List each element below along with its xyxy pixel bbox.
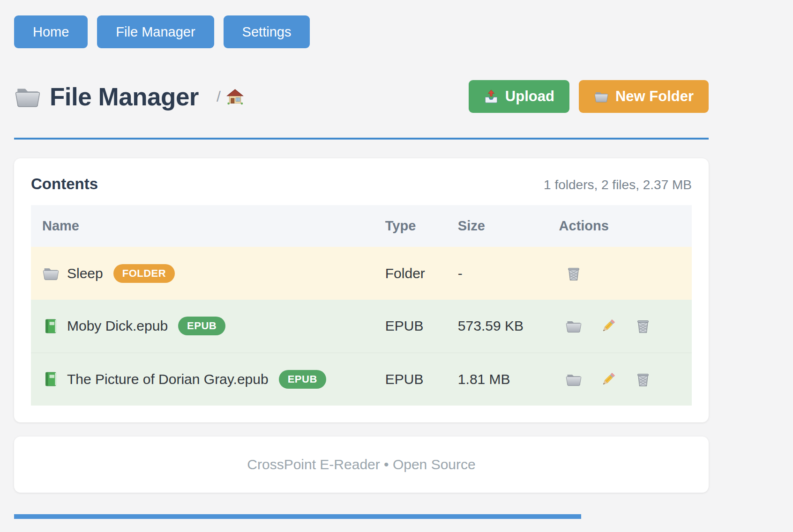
bottom-accent-bar bbox=[14, 514, 581, 519]
item-name: Moby Dick.epub bbox=[67, 318, 168, 334]
column-header-type: Type bbox=[385, 205, 458, 247]
page-title: File Manager bbox=[50, 82, 199, 111]
nav-button-settings[interactable]: Settings bbox=[224, 15, 310, 48]
folder-icon bbox=[565, 318, 582, 334]
item-name: The Picture of Dorian Gray.epub bbox=[67, 371, 269, 387]
item-size: 1.81 MB bbox=[458, 353, 559, 406]
upload-button-label: Upload bbox=[505, 88, 554, 105]
contents-card: Contents 1 folders, 2 files, 2.37 MB Nam… bbox=[14, 158, 709, 422]
trash-icon bbox=[635, 371, 651, 388]
folder-icon bbox=[42, 265, 60, 282]
nav-button-file-manager[interactable]: File Manager bbox=[97, 15, 214, 48]
page-header: File Manager / Upload New Folder bbox=[14, 80, 709, 113]
delete-button[interactable] bbox=[635, 318, 651, 334]
item-type: EPUB bbox=[385, 353, 458, 406]
move-to-folder-button[interactable] bbox=[565, 318, 582, 334]
breadcrumb: / bbox=[217, 88, 244, 105]
house-icon bbox=[226, 88, 244, 105]
nav-button-home[interactable]: Home bbox=[14, 15, 88, 48]
page: Home File Manager Settings File Manager … bbox=[14, 0, 709, 519]
item-size: - bbox=[458, 247, 559, 300]
new-folder-button-label: New Folder bbox=[615, 88, 694, 105]
column-header-size: Size bbox=[458, 205, 559, 247]
table-row-sleep[interactable]: Sleep FOLDER Folder - bbox=[31, 247, 692, 300]
table-row-dorian-gray[interactable]: The Picture of Dorian Gray.epub EPUB EPU… bbox=[31, 353, 692, 406]
file-table: Name Type Size Actions Sleep FOLDER F bbox=[31, 205, 692, 406]
item-type: EPUB bbox=[385, 300, 458, 353]
upload-button[interactable]: Upload bbox=[469, 80, 569, 113]
title-underline-divider bbox=[14, 138, 709, 140]
folder-icon bbox=[565, 371, 582, 388]
folder-icon bbox=[594, 89, 609, 104]
breadcrumb-home-link[interactable] bbox=[226, 88, 244, 105]
trash-icon bbox=[635, 318, 651, 334]
trash-icon bbox=[565, 265, 582, 282]
green-book-icon bbox=[42, 370, 60, 388]
rename-button[interactable] bbox=[600, 371, 617, 388]
new-folder-button[interactable]: New Folder bbox=[579, 80, 709, 113]
item-size: 573.59 KB bbox=[458, 300, 559, 353]
column-header-name: Name bbox=[31, 205, 385, 247]
table-row-moby-dick[interactable]: Moby Dick.epub EPUB EPUB 573.59 KB bbox=[31, 300, 692, 353]
top-nav: Home File Manager Settings bbox=[14, 15, 709, 48]
item-type: Folder bbox=[385, 247, 458, 300]
move-to-folder-button[interactable] bbox=[565, 371, 582, 388]
contents-summary: 1 folders, 2 files, 2.37 MB bbox=[544, 177, 692, 192]
pencil-icon bbox=[600, 371, 617, 388]
header-actions: Upload New Folder bbox=[469, 80, 709, 113]
footer-text: CrossPoint E-Reader • Open Source bbox=[247, 457, 475, 473]
contents-card-header: Contents 1 folders, 2 files, 2.37 MB bbox=[31, 175, 692, 193]
title-wrap: File Manager / bbox=[14, 82, 244, 111]
rename-button[interactable] bbox=[600, 318, 617, 334]
green-book-icon bbox=[42, 318, 60, 335]
delete-button[interactable] bbox=[565, 265, 582, 282]
footer: CrossPoint E-Reader • Open Source bbox=[14, 436, 709, 493]
folder-badge: FOLDER bbox=[113, 264, 175, 283]
table-header-row: Name Type Size Actions bbox=[31, 205, 692, 247]
delete-button[interactable] bbox=[635, 371, 651, 388]
epub-badge: EPUB bbox=[178, 317, 225, 335]
column-header-actions: Actions bbox=[559, 205, 692, 247]
epub-badge: EPUB bbox=[279, 370, 326, 389]
item-name: Sleep bbox=[67, 266, 103, 281]
folder-icon bbox=[14, 83, 41, 110]
breadcrumb-separator: / bbox=[217, 88, 221, 105]
contents-title: Contents bbox=[31, 175, 98, 193]
outbox-tray-icon bbox=[484, 89, 499, 104]
pencil-icon bbox=[600, 318, 617, 334]
